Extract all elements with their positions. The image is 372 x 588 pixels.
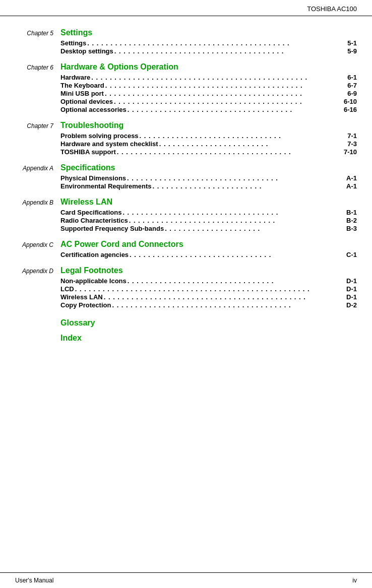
- appendix-b-entry: Appendix B Wireless LAN Card Specificati…: [15, 194, 357, 233]
- appendix-a-heading: Specifications: [60, 163, 357, 172]
- appendix-c-block: Appendix C AC Power Cord and Connectors …: [15, 237, 357, 259]
- chapter-6-entry: Chapter 6 Hardware & Options Operation H…: [15, 59, 357, 114]
- sub-entry-hw-checklist: Hardware and system checklist . . . . . …: [60, 140, 357, 148]
- chapter-7-block: Chapter 7 Troubleshooting Problem solvin…: [15, 118, 357, 156]
- appendix-c-heading: AC Power Cord and Connectors: [60, 240, 357, 249]
- chapter-5-block: Chapter 5 Settings Settings . . . . . . …: [15, 25, 357, 55]
- chapter-7-content: Troubleshooting Problem solving process …: [60, 118, 357, 156]
- chapter-5-content: Settings Settings . . . . . . . . . . . …: [60, 25, 357, 55]
- sub-entry-mini-usb: Mini USB port . . . . . . . . . . . . . …: [60, 90, 357, 97]
- sub-entry-keyboard: The Keyboard . . . . . . . . . . . . . .…: [60, 82, 357, 89]
- header-title: TOSHIBA AC100: [307, 5, 357, 13]
- appendix-c-entry: Appendix C AC Power Cord and Connectors …: [15, 237, 357, 259]
- sub-entry-radio-char: Radio Characteristics . . . . . . . . . …: [60, 217, 357, 224]
- chapter-6-content: Hardware & Options Operation Hardware . …: [60, 59, 357, 114]
- sub-entry-toshiba-support: TOSHIBA support . . . . . . . . . . . . …: [60, 148, 357, 156]
- appendix-d-heading: Legal Footnotes: [60, 266, 357, 275]
- footer-right: iv: [352, 577, 357, 584]
- glossary-content: Glossary: [60, 313, 357, 331]
- sub-entry-problem-solving: Problem solving process . . . . . . . . …: [60, 132, 357, 140]
- glossary-entry: Glossary: [15, 313, 357, 331]
- appendix-a-content: Specifications Physical Dimensions . . .…: [60, 160, 357, 190]
- page-footer: User's Manual iv: [0, 572, 372, 588]
- appendix-b-label: Appendix B: [15, 199, 60, 206]
- page-header: TOSHIBA AC100: [0, 0, 372, 16]
- appendix-a-block: Appendix A Specifications Physical Dimen…: [15, 160, 357, 190]
- sub-entry-copy-protection: Copy Protection . . . . . . . . . . . . …: [60, 301, 357, 309]
- chapter-6-heading: Hardware & Options Operation: [60, 62, 357, 72]
- chapter-5-label: Chapter 5: [15, 30, 60, 37]
- appendix-d-block: Appendix D Legal Footnotes Non-applicabl…: [15, 263, 357, 309]
- chapter-7-label: Chapter 7: [15, 122, 60, 129]
- glossary-heading: Glossary: [60, 318, 357, 328]
- sub-entry-optional-accessories: Optional accessories . . . . . . . . . .…: [60, 106, 357, 113]
- chapter-6-block: Chapter 6 Hardware & Options Operation H…: [15, 59, 357, 114]
- sub-entry-desktop-settings: Desktop settings . . . . . . . . . . . .…: [60, 47, 357, 55]
- index-entry: Index: [15, 332, 357, 343]
- appendix-d-entry: Appendix D Legal Footnotes Non-applicabl…: [15, 263, 357, 309]
- footer-left: User's Manual: [15, 577, 53, 584]
- chapter-5-heading: Settings: [60, 28, 357, 37]
- sub-entry-non-applicable: Non-applicable Icons . . . . . . . . . .…: [60, 277, 357, 285]
- sub-entry-cert-agencies: Certification agencies . . . . . . . . .…: [60, 251, 357, 258]
- index-content: Index: [60, 332, 357, 343]
- sub-entry-settings: Settings . . . . . . . . . . . . . . . .…: [60, 39, 357, 47]
- sub-entry-card-spec: Card Specifications . . . . . . . . . . …: [60, 209, 357, 216]
- sub-entry-freq-sub: Supported Frequency Sub-bands . . . . . …: [60, 225, 357, 232]
- chapter-6-label: Chapter 6: [15, 64, 60, 71]
- sub-entry-optional-devices: Optional devices . . . . . . . . . . . .…: [60, 98, 357, 105]
- appendix-a-label: Appendix A: [15, 165, 60, 172]
- chapter-5-entry: Chapter 5 Settings Settings . . . . . . …: [15, 25, 357, 55]
- appendix-a-entry: Appendix A Specifications Physical Dimen…: [15, 160, 357, 190]
- appendix-b-block: Appendix B Wireless LAN Card Specificati…: [15, 194, 357, 233]
- appendix-b-content: Wireless LAN Card Specifications . . . .…: [60, 194, 357, 233]
- appendix-b-heading: Wireless LAN: [60, 198, 357, 207]
- sub-entry-lcd: LCD . . . . . . . . . . . . . . . . . . …: [60, 285, 357, 293]
- sub-entry-physical-dim: Physical Dimensions . . . . . . . . . . …: [60, 174, 357, 182]
- appendix-d-label: Appendix D: [15, 268, 60, 275]
- appendix-c-content: AC Power Cord and Connectors Certificati…: [60, 237, 357, 259]
- chapter-7-entry: Chapter 7 Troubleshooting Problem solvin…: [15, 118, 357, 156]
- sub-entry-hardware: Hardware . . . . . . . . . . . . . . . .…: [60, 74, 357, 81]
- toc-content: Chapter 5 Settings Settings . . . . . . …: [0, 25, 372, 359]
- appendix-c-label: Appendix C: [15, 241, 60, 248]
- sub-entry-env-req: Environmental Requirements . . . . . . .…: [60, 182, 357, 190]
- sub-entry-wireless-lan-d: Wireless LAN . . . . . . . . . . . . . .…: [60, 293, 357, 301]
- appendix-d-content: Legal Footnotes Non-applicable Icons . .…: [60, 263, 357, 309]
- index-heading: Index: [60, 334, 357, 343]
- chapter-7-heading: Troubleshooting: [60, 121, 357, 130]
